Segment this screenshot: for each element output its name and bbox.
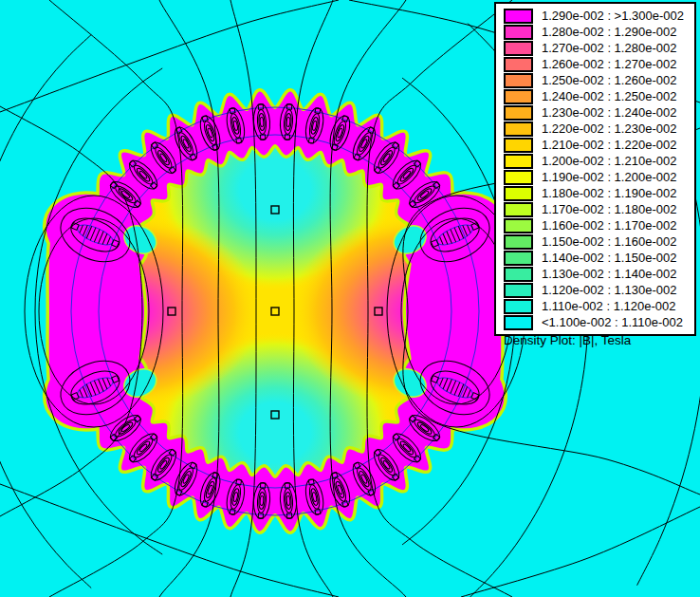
legend-row: 1.110e-002 : 1.120e-002 [504, 298, 691, 314]
legend-row-label: 1.170e-002 : 1.180e-002 [542, 201, 676, 217]
legend-row-label: 1.220e-002 : 1.230e-002 [542, 121, 676, 137]
legend-swatch [504, 41, 533, 56]
legend-row: 1.220e-002 : 1.230e-002 [504, 121, 691, 137]
legend-row: 1.250e-002 : 1.260e-002 [504, 72, 691, 88]
legend-row: 1.240e-002 : 1.250e-002 [504, 88, 691, 104]
legend-swatch [504, 121, 533, 137]
legend-row-label: 1.270e-002 : 1.280e-002 [542, 40, 676, 56]
legend-swatch [504, 299, 533, 314]
legend-swatch [504, 105, 533, 121]
legend-row-label: 1.190e-002 : 1.200e-002 [542, 169, 676, 185]
legend-row: 1.290e-002 : >1.300e-002 [504, 8, 691, 24]
legend-row-label: 1.180e-002 : 1.190e-002 [542, 185, 676, 201]
legend-swatch [504, 218, 533, 233]
legend-swatch [504, 9, 533, 24]
legend-row: 1.150e-002 : 1.160e-002 [504, 233, 691, 250]
legend-row-label: 1.160e-002 : 1.170e-002 [542, 217, 676, 233]
legend-row-label: 1.260e-002 : 1.270e-002 [542, 56, 676, 72]
femm-density-plot-view: { "chart_data": { "type": "heatmap", "ti… [0, 0, 700, 597]
legend-row: 1.180e-002 : 1.190e-002 [504, 185, 691, 201]
legend-swatch [504, 251, 533, 266]
legend-row: 1.190e-002 : 1.200e-002 [504, 169, 691, 185]
legend-row-label: 1.290e-002 : >1.300e-002 [542, 8, 684, 24]
legend-swatch [504, 186, 533, 201]
legend-title: Density Plot: |B|, Tesla [504, 333, 691, 347]
legend-row: 1.230e-002 : 1.240e-002 [504, 104, 691, 121]
legend-row: 1.120e-002 : 1.130e-002 [504, 282, 691, 298]
legend-row: 1.200e-002 : 1.210e-002 [504, 153, 691, 169]
legend-swatch [504, 25, 533, 40]
legend-row: 1.160e-002 : 1.170e-002 [504, 217, 691, 233]
legend-swatch [504, 138, 533, 153]
legend-row: 1.130e-002 : 1.140e-002 [504, 266, 691, 282]
legend-row: 1.270e-002 : 1.280e-002 [504, 40, 691, 56]
legend-swatch [504, 283, 533, 298]
legend-swatch [504, 73, 533, 88]
legend-row: 1.140e-002 : 1.150e-002 [504, 250, 691, 266]
legend-row: 1.260e-002 : 1.270e-002 [504, 56, 691, 72]
legend-row: <1.100e-002 : 1.110e-002 [504, 314, 691, 330]
legend-row-label: 1.210e-002 : 1.220e-002 [542, 137, 676, 153]
legend-row-label: 1.110e-002 : 1.120e-002 [542, 298, 675, 314]
legend-row: 1.280e-002 : 1.290e-002 [504, 24, 691, 40]
legend-row-label: 1.120e-002 : 1.130e-002 [542, 282, 676, 298]
legend-row: 1.170e-002 : 1.180e-002 [504, 201, 691, 217]
legend-swatch [504, 234, 533, 250]
legend-swatch [504, 154, 533, 169]
density-legend: 1.290e-002 : >1.300e-0021.280e-002 : 1.2… [494, 2, 696, 336]
legend-swatch [504, 57, 533, 72]
legend-swatch [504, 89, 533, 104]
legend-row-label: 1.200e-002 : 1.210e-002 [542, 153, 676, 169]
legend-row-label: 1.250e-002 : 1.260e-002 [542, 72, 676, 88]
legend-row-label: 1.280e-002 : 1.290e-002 [542, 24, 676, 40]
legend-row-label: 1.150e-002 : 1.160e-002 [542, 233, 676, 250]
legend-row-label: 1.140e-002 : 1.150e-002 [542, 250, 676, 266]
legend-rows: 1.290e-002 : >1.300e-0021.280e-002 : 1.2… [504, 8, 691, 330]
legend-swatch [504, 315, 533, 330]
legend-row-label: <1.100e-002 : 1.110e-002 [542, 314, 683, 330]
legend-row-label: 1.230e-002 : 1.240e-002 [542, 104, 676, 121]
legend-swatch [504, 202, 533, 217]
legend-row-label: 1.130e-002 : 1.140e-002 [542, 266, 676, 282]
legend-row-label: 1.240e-002 : 1.250e-002 [542, 88, 676, 104]
legend-swatch [504, 267, 533, 282]
legend-row: 1.210e-002 : 1.220e-002 [504, 137, 691, 153]
legend-swatch [504, 170, 533, 185]
